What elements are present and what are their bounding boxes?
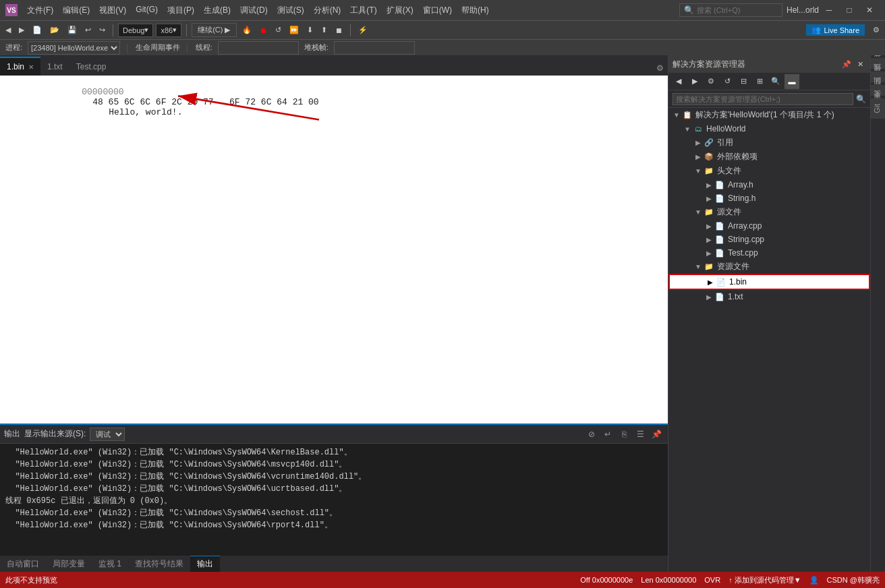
- title-search-input[interactable]: [697, 6, 778, 14]
- debug-config-dropdown[interactable]: Debug ▾: [118, 24, 153, 37]
- array-h-expand-arrow[interactable]: ▶: [704, 181, 714, 189]
- live-share-button[interactable]: 👥 Live Share: [806, 24, 865, 36]
- menu-view[interactable]: 视图(V): [95, 3, 130, 18]
- tab-find-symbols[interactable]: 查找符号结果: [128, 556, 190, 572]
- menu-test[interactable]: 测试(S): [273, 3, 308, 18]
- string-h-expand-arrow[interactable]: ▶: [704, 195, 714, 202]
- tree-test-cpp[interactable]: ▶ 📄 Test.cpp: [668, 246, 870, 260]
- output-content[interactable]: "HelloWorld.exe" (Win32)：已加载 "C:\Windows…: [0, 444, 668, 556]
- source-files-expand-arrow[interactable]: ▼: [693, 208, 704, 216]
- forward-button[interactable]: ▶: [16, 24, 27, 36]
- fire-button[interactable]: 🔥: [239, 24, 254, 36]
- output-wrap-button[interactable]: ↵: [600, 427, 615, 442]
- tab-output[interactable]: 输出: [190, 556, 220, 572]
- tree-1txt[interactable]: ▶ 📄 1.txt: [668, 290, 870, 303]
- restart-button[interactable]: ↺: [273, 24, 284, 36]
- se-refresh-button[interactable]: ↺: [720, 74, 735, 89]
- string-cpp-expand-arrow[interactable]: ▶: [704, 236, 714, 243]
- test-cpp-expand-arrow[interactable]: ▶: [704, 249, 714, 257]
- tab-locals[interactable]: 局部变量: [46, 556, 92, 572]
- output-source-select[interactable]: 调试: [90, 428, 125, 441]
- se-properties-button[interactable]: ⚙: [704, 74, 718, 89]
- output-settings-button[interactable]: ☰: [633, 427, 648, 442]
- tree-array-cpp[interactable]: ▶ 📄 Array.cpp: [668, 219, 870, 233]
- stop-button[interactable]: ⏹: [333, 25, 345, 36]
- thread-input[interactable]: [218, 41, 299, 55]
- menu-project[interactable]: 项目(P): [163, 3, 198, 18]
- 1bin-expand-arrow[interactable]: ▶: [705, 278, 716, 286]
- tree-header-files[interactable]: ▼ 📁 头文件: [668, 164, 870, 178]
- maximize-button[interactable]: □: [839, 0, 859, 20]
- new-button[interactable]: 📄: [30, 24, 45, 36]
- back-button[interactable]: ◀: [3, 24, 13, 36]
- process-selector[interactable]: [23480] HelloWorld.exe: [28, 41, 120, 55]
- menu-help[interactable]: 帮助(H): [457, 3, 493, 18]
- solution-expand-arrow[interactable]: ▼: [671, 111, 682, 119]
- continue-button[interactable]: 继续(C) ▶: [192, 23, 236, 37]
- sidebar-tab-properties[interactable]: 属性: [871, 71, 885, 82]
- tree-project[interactable]: ▼ 🗂 HelloWorld: [668, 122, 870, 136]
- array-cpp-expand-arrow[interactable]: ▶: [704, 223, 714, 230]
- tab-watch-1[interactable]: 监视 1: [92, 556, 128, 572]
- editor-content[interactable]: 00000000 48 65 6C 6C 6F 2C 20 77 6F 72 6…: [0, 76, 668, 423]
- sidebar-tab-team[interactable]: 团队: [871, 85, 885, 96]
- menu-tools[interactable]: 工具(T): [346, 3, 380, 18]
- tree-references[interactable]: ▶ 🔗 引用: [668, 136, 870, 150]
- references-expand-arrow[interactable]: ▶: [693, 139, 704, 146]
- se-search-input[interactable]: [673, 93, 853, 105]
- step-over-button[interactable]: ⏩: [287, 24, 302, 36]
- tree-array-h[interactable]: ▶ 📄 Array.h: [668, 178, 870, 192]
- save-button[interactable]: 💾: [65, 24, 80, 36]
- se-expand-button[interactable]: ⊞: [752, 74, 767, 89]
- stack-input[interactable]: [334, 41, 415, 55]
- menu-debug[interactable]: 调试(D): [236, 3, 272, 18]
- tab-auto-window[interactable]: 自动窗口: [0, 556, 46, 572]
- tab-1bin[interactable]: 1.bin ✕: [0, 57, 40, 76]
- tab-1bin-close[interactable]: ✕: [28, 63, 34, 71]
- tree-external-deps[interactable]: ▶ 📦 外部依赖项: [668, 150, 870, 164]
- menu-extensions[interactable]: 扩展(X): [382, 3, 418, 18]
- header-files-expand-arrow[interactable]: ▼: [693, 167, 704, 175]
- settings-button[interactable]: ⚙: [870, 24, 882, 36]
- se-close-button[interactable]: ✕: [854, 58, 866, 70]
- close-button[interactable]: ✕: [859, 0, 880, 20]
- se-pin-button[interactable]: 📌: [840, 58, 853, 70]
- step-into-button[interactable]: ⬇: [304, 24, 316, 36]
- tab-testcpp[interactable]: Test.cpp: [69, 57, 113, 76]
- menu-edit[interactable]: 编辑(E): [59, 3, 94, 18]
- minimize-button[interactable]: ─: [819, 0, 839, 20]
- extra-button[interactable]: ⚡: [355, 24, 370, 36]
- record-button[interactable]: ⏺: [257, 25, 270, 36]
- step-out-button[interactable]: ⬆: [318, 24, 330, 36]
- sidebar-tab-new[interactable]: 新建: [871, 58, 885, 69]
- menu-git[interactable]: Git(G): [132, 3, 162, 18]
- tree-source-files[interactable]: ▼ 📁 源文件: [668, 205, 870, 219]
- platform-dropdown[interactable]: x86 ▾: [156, 24, 181, 37]
- redo-button[interactable]: ↪: [96, 24, 108, 36]
- status-add-source[interactable]: ↑ 添加到源代码管理▼: [729, 575, 801, 585]
- 1txt-expand-arrow[interactable]: ▶: [704, 293, 714, 301]
- menu-file[interactable]: 文件(F): [23, 3, 57, 18]
- undo-button[interactable]: ↩: [82, 24, 94, 36]
- menu-build[interactable]: 生成(B): [200, 3, 235, 18]
- se-collapse-button[interactable]: ⊟: [736, 74, 751, 89]
- resource-files-expand-arrow[interactable]: ▼: [693, 263, 704, 270]
- output-pin-button[interactable]: 📌: [649, 427, 664, 442]
- se-forward-button[interactable]: ▶: [687, 74, 702, 89]
- external-deps-expand-arrow[interactable]: ▶: [693, 153, 704, 160]
- menu-analyze[interactable]: 分析(N): [310, 3, 345, 18]
- tree-string-h[interactable]: ▶ 📄 String.h: [668, 192, 870, 205]
- se-filter-button[interactable]: ▬: [784, 74, 799, 89]
- project-expand-arrow[interactable]: ▼: [682, 125, 693, 133]
- se-back-button[interactable]: ◀: [671, 74, 686, 89]
- se-search-button[interactable]: 🔍: [768, 74, 783, 89]
- tab-1txt[interactable]: 1.txt: [40, 57, 69, 76]
- menu-window[interactable]: 窗口(W): [419, 3, 456, 18]
- tree-resource-files[interactable]: ▼ 📁 资源文件: [668, 260, 870, 274]
- tree-string-cpp[interactable]: ▶ 📄 String.cpp: [668, 233, 870, 246]
- output-copy-button[interactable]: ⎘: [617, 427, 631, 442]
- open-button[interactable]: 📂: [47, 24, 62, 36]
- tree-solution[interactable]: ▼ 📋 解决方案'HelloWorld'(1 个项目/共 1 个): [668, 108, 870, 122]
- tree-1bin[interactable]: ▶ 📄 1.bin: [668, 274, 870, 290]
- sidebar-tab-git[interactable]: Git变更: [871, 98, 885, 119]
